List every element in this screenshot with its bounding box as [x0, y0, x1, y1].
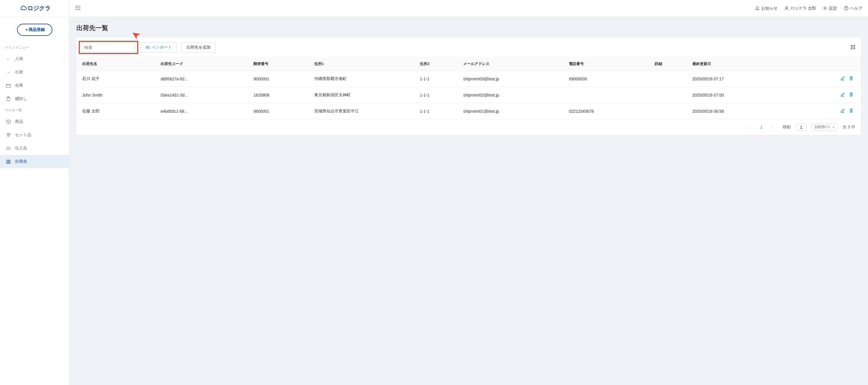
svg-rect-18: [854, 48, 855, 49]
col-phone[interactable]: 電話番号: [566, 57, 652, 71]
sidebar: ロジクラ ＋商品登録 メインメニュー ← 入荷 〈 → 出荷 〈 在庫 棚卸: [0, 0, 69, 385]
sidebar-item-stocktake[interactable]: 棚卸し: [0, 92, 69, 105]
cell-detail: [652, 87, 689, 103]
help-button[interactable]: ヘルプ: [844, 6, 862, 11]
prev-page-button[interactable]: 〈: [745, 124, 752, 130]
cell-detail: [652, 103, 689, 119]
page-title: 出荷先一覧: [76, 24, 861, 32]
button-label: 出荷先を追加: [186, 45, 211, 50]
cell-addr1: 沖縄県那覇市港町: [311, 71, 417, 87]
chevron-left-icon: 〈: [60, 70, 63, 75]
edit-button[interactable]: [840, 76, 845, 81]
cell-updated: 2020/05/16 07:17: [689, 71, 795, 87]
notifications-button[interactable]: お知らせ: [755, 6, 777, 11]
next-page-button[interactable]: 〉: [770, 124, 777, 130]
cell-addr1: 宮城県仙台市青葉区中江: [311, 103, 417, 119]
delete-button[interactable]: [849, 108, 854, 114]
cell-updated: 2020/05/16 07:00: [689, 87, 795, 103]
svg-rect-0: [6, 85, 10, 88]
column-settings-button[interactable]: [849, 44, 857, 51]
main-panel: ➤ インポート 出荷先を追加: [76, 38, 861, 135]
topbar-label: ロジクラ 太郎: [790, 6, 816, 11]
per-page-select[interactable]: 100件/ペ ▼: [812, 124, 837, 131]
sidebar-item-products[interactable]: 商品: [0, 115, 69, 128]
col-name[interactable]: 出荷先名: [76, 57, 158, 71]
cell-code: e4bd05c1-08...: [158, 103, 251, 119]
search-input[interactable]: [81, 42, 136, 52]
col-zip[interactable]: 郵便番号: [251, 57, 311, 71]
nav-section-master: マスター覧: [0, 105, 69, 115]
arrow-left-icon: ←: [6, 56, 11, 62]
sidebar-item-label: 出荷: [15, 70, 56, 75]
current-page[interactable]: 1: [758, 124, 765, 130]
svg-rect-17: [852, 48, 854, 49]
svg-rect-13: [851, 46, 852, 47]
logo[interactable]: ロジクラ: [0, 0, 69, 17]
cell-code: dd95627a-62...: [158, 71, 251, 87]
grid-icon: [850, 45, 855, 49]
edit-button[interactable]: [840, 92, 845, 98]
svg-rect-15: [854, 46, 855, 47]
bell-icon: [755, 6, 760, 10]
sidebar-item-suppliers[interactable]: 仕入先: [0, 142, 69, 155]
gear-icon: [823, 6, 827, 10]
page-input[interactable]: [796, 124, 806, 131]
sidebar-item-destinations[interactable]: 出荷先: [0, 155, 69, 168]
cell-email: shipment02@test.jp: [460, 87, 566, 103]
arrow-right-icon: →: [6, 70, 11, 75]
col-addr1[interactable]: 住所1: [311, 57, 417, 71]
topbar-label: 設定: [829, 6, 837, 11]
cell-zip: 1620808: [251, 87, 311, 103]
sidebar-item-label: 仕入先: [15, 146, 63, 151]
col-code[interactable]: 出荷先コード: [158, 57, 251, 71]
user-menu[interactable]: ロジクラ 太郎: [784, 6, 816, 11]
col-detail[interactable]: 詳細: [652, 57, 689, 71]
svg-rect-12: [854, 45, 855, 46]
sidebar-item-label: 在庫: [15, 83, 63, 88]
svg-rect-10: [851, 45, 852, 46]
settings-button[interactable]: 設定: [823, 6, 837, 11]
brand-text: ロジクラ: [28, 4, 51, 12]
cell-updated: 2020/05/16 06:58: [689, 103, 795, 119]
table-row: 佐藤 太郎e4bd05c1-08...9800001宮城県仙台市青葉区中江1-1…: [76, 103, 861, 119]
edit-button[interactable]: [840, 108, 845, 114]
col-actions: [794, 57, 861, 71]
help-icon: [844, 6, 848, 10]
sidebar-item-label: 棚卸し: [15, 96, 63, 101]
svg-point-8: [824, 7, 826, 9]
register-product-button[interactable]: ＋商品登録: [17, 24, 52, 36]
sidebar-item-sets[interactable]: セット品: [0, 128, 69, 142]
delete-button[interactable]: [849, 92, 854, 98]
col-addr2[interactable]: 住所2: [417, 57, 460, 71]
sidebar-item-outbound[interactable]: → 出荷 〈: [0, 66, 69, 79]
pagination: 〈 1 〉 移動 100件/ペ ▼ 全 3 件: [76, 119, 861, 135]
trash-icon: [849, 92, 854, 97]
delete-button[interactable]: [849, 76, 854, 81]
cell-email: shipment03@test.jp: [460, 71, 566, 87]
supplier-icon: [6, 146, 11, 151]
trash-icon: [849, 76, 854, 81]
col-updated[interactable]: 最終更新日: [689, 57, 795, 71]
add-destination-button[interactable]: 出荷先を追加: [181, 42, 216, 53]
nav-section-main: メインメニュー: [0, 43, 69, 52]
svg-rect-11: [852, 45, 854, 46]
cell-phone: 09000000: [566, 71, 652, 87]
import-button[interactable]: インポート: [141, 42, 177, 53]
sidebar-item-label: 入荷: [15, 56, 56, 62]
sidebar-item-inbound[interactable]: ← 入荷 〈: [0, 52, 69, 66]
svg-rect-16: [851, 48, 852, 49]
per-page-label: 100件/ペ: [814, 125, 830, 130]
cell-email: shipment01@test.jp: [460, 103, 566, 119]
cell-addr2: 1-1-1: [417, 71, 460, 87]
edit-icon: [840, 92, 845, 97]
cell-addr1: 東京都新宿区天神町: [311, 87, 417, 103]
table-header-row: 出荷先名 出荷先コード 郵便番号 住所1 住所2 メールアドレス 電話番号 詳細…: [76, 57, 861, 71]
hamburger-icon[interactable]: [75, 6, 81, 11]
sidebar-item-label: セット品: [15, 132, 63, 138]
col-email[interactable]: メールアドレス: [460, 57, 566, 71]
chevron-left-icon: 〈: [60, 57, 63, 62]
cell-addr2: 1-1-1: [417, 87, 460, 103]
clipboard-icon: [6, 96, 11, 101]
cloud-upload-icon: [146, 45, 150, 50]
sidebar-item-inventory[interactable]: 在庫: [0, 79, 69, 92]
